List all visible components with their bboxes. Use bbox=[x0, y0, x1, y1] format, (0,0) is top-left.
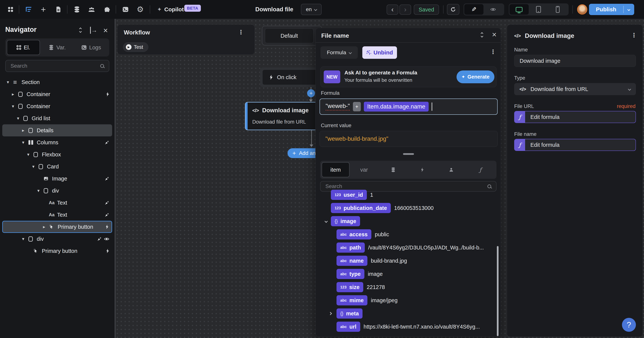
tree-item-primary-button[interactable]: ▸ Primary button bbox=[2, 221, 112, 233]
dock-panel-icon[interactable]: → bbox=[90, 27, 97, 34]
data-row-mime[interactable]: abcmime image/jpeg bbox=[316, 294, 496, 307]
data-row-user-id[interactable]: 123user_id 1 bbox=[316, 188, 496, 202]
drag-handle[interactable] bbox=[403, 153, 414, 155]
desktop-view-button[interactable] bbox=[510, 4, 529, 15]
close-panel-icon[interactable]: × bbox=[103, 26, 108, 35]
expand-panel-icon[interactable] bbox=[80, 28, 82, 32]
data-row-url[interactable]: abcurl https://x8ki-letl-twmt.n7.xano.io… bbox=[316, 320, 496, 333]
binding-mode-select[interactable]: Formula bbox=[320, 46, 358, 59]
caret-down-icon[interactable]: ▾ bbox=[22, 140, 28, 145]
name-field[interactable] bbox=[514, 55, 636, 67]
test-workflow-button[interactable]: ▶ Test bbox=[123, 42, 148, 52]
tab-workflow-results[interactable] bbox=[408, 162, 437, 177]
tree-item-div[interactable]: ▾ div bbox=[2, 185, 112, 197]
tab-item[interactable]: item bbox=[322, 162, 350, 177]
file-url-edit-formula-button[interactable]: ƒ Edit formula bbox=[514, 111, 636, 123]
tree-item-container[interactable]: ▾ Container bbox=[2, 100, 112, 112]
tree-item-columns[interactable]: ▾ Columns bbox=[2, 136, 112, 148]
users-icon[interactable] bbox=[86, 0, 97, 19]
tree-item-grid-list[interactable]: ▾ Grid list bbox=[2, 112, 112, 124]
panel-menu-icon[interactable]: ⋮ bbox=[490, 49, 496, 55]
data-row-size[interactable]: 123size 221278 bbox=[316, 280, 496, 294]
terminal-icon[interactable] bbox=[120, 0, 131, 19]
plugins-icon[interactable] bbox=[102, 0, 112, 19]
unbind-button[interactable]: Unbind bbox=[362, 46, 397, 59]
tree-item-flexbox[interactable]: ▾ Flexbox bbox=[2, 148, 112, 160]
data-row-image[interactable]: {}image bbox=[316, 214, 496, 228]
formula-input[interactable]: "weweb-" + Item.data.image.name bbox=[320, 98, 498, 115]
caret-down-icon[interactable]: ▾ bbox=[7, 80, 13, 85]
preview-mode-button[interactable] bbox=[484, 4, 503, 15]
caret-right-icon[interactable]: ▸ bbox=[12, 92, 18, 97]
sync-refresh-icon[interactable] bbox=[447, 4, 459, 15]
type-select[interactable]: </> Download file from URL bbox=[514, 83, 636, 95]
tab-elements[interactable]: El. bbox=[7, 40, 40, 55]
on-click-trigger-node[interactable]: On click bbox=[262, 70, 318, 85]
undo-button[interactable]: ‹ bbox=[387, 4, 398, 15]
default-trigger-tab[interactable]: Default bbox=[265, 28, 314, 43]
help-button[interactable]: ? bbox=[622, 318, 636, 332]
publish-dropdown[interactable] bbox=[623, 6, 634, 13]
tab-var[interactable]: var bbox=[350, 162, 378, 177]
data-row-path[interactable]: abcpath /vault/8Y4S6yg2/D3ULO5pJ/ADt_Wg.… bbox=[316, 241, 496, 254]
tree-item-section[interactable]: ▾ ≡ Section bbox=[2, 76, 112, 88]
edit-mode-button[interactable]: ✎ bbox=[464, 4, 484, 15]
search-input[interactable] bbox=[6, 63, 100, 69]
navigator-search[interactable] bbox=[5, 60, 109, 72]
data-row-meta[interactable]: {}meta bbox=[316, 307, 496, 320]
pages-icon[interactable] bbox=[53, 0, 64, 19]
tree-item-primary-button[interactable]: Primary button bbox=[2, 245, 112, 257]
caret-down-icon[interactable]: ▾ bbox=[17, 116, 23, 121]
publish-button[interactable]: Publish bbox=[589, 4, 634, 15]
tree-item-details[interactable]: ▸ Details bbox=[2, 124, 112, 136]
tab-collections[interactable] bbox=[378, 162, 408, 177]
tab-formulas[interactable]: ƒ bbox=[466, 162, 495, 177]
redo-button[interactable]: › bbox=[400, 4, 411, 15]
navigator-tree-icon[interactable] bbox=[23, 0, 34, 19]
tab-logs[interactable]: Logs bbox=[74, 40, 108, 55]
workflow-menu-icon[interactable]: ⋮ bbox=[238, 29, 244, 35]
caret-right-icon[interactable]: ▸ bbox=[22, 128, 28, 133]
formula-token[interactable]: Item.data.image.name bbox=[364, 102, 429, 112]
language-selector[interactable]: en bbox=[301, 4, 322, 15]
tree-item-text[interactable]: Aa Text bbox=[2, 197, 112, 209]
tree-item-label: Primary button bbox=[42, 248, 78, 254]
data-row-type[interactable]: abctype image bbox=[316, 267, 496, 280]
formula-operator[interactable]: + bbox=[353, 102, 361, 111]
tab-user[interactable] bbox=[437, 162, 466, 177]
settings-gear-icon[interactable]: ⚙ bbox=[135, 0, 146, 19]
caret-down-icon[interactable] bbox=[325, 220, 328, 223]
formula-literal[interactable]: "weweb-" bbox=[326, 103, 350, 110]
tree-item-card[interactable]: ▾ Card bbox=[2, 160, 112, 172]
panel-menu-icon[interactable]: ⋮ bbox=[631, 32, 637, 38]
add-step-button[interactable]: + bbox=[307, 89, 315, 97]
close-panel-icon[interactable]: × bbox=[492, 31, 497, 38]
tab-variables[interactable]: Var. bbox=[41, 40, 74, 55]
caret-down-icon[interactable]: ▾ bbox=[32, 164, 38, 169]
tree-item-image[interactable]: Image bbox=[2, 172, 112, 185]
data-sources-icon[interactable] bbox=[72, 0, 82, 19]
tree-item-container[interactable]: ▸ Container bbox=[2, 88, 112, 100]
apps-grid-icon[interactable] bbox=[5, 0, 16, 19]
file-name-edit-formula-button[interactable]: ƒ Edit formula bbox=[514, 139, 636, 151]
copilot-label[interactable]: Copilot bbox=[164, 6, 184, 12]
caret-right-icon[interactable]: ▸ bbox=[43, 224, 49, 230]
caret-down-icon[interactable]: ▾ bbox=[22, 236, 28, 242]
tablet-view-button[interactable] bbox=[529, 4, 548, 15]
phone-view-button[interactable] bbox=[548, 4, 567, 15]
generate-button[interactable]: ✦ Generate bbox=[456, 70, 494, 83]
download-image-action-node[interactable]: </>Download image Download file from URL bbox=[245, 102, 320, 130]
expand-panel-icon[interactable] bbox=[481, 32, 483, 37]
caret-down-icon[interactable]: ▾ bbox=[27, 152, 34, 157]
data-row-access[interactable]: abcaccess public bbox=[316, 228, 496, 241]
scrollbar-thumb[interactable] bbox=[497, 246, 498, 336]
data-row-publication-date[interactable]: 123publication_date 1660053513000 bbox=[316, 202, 496, 214]
add-element-icon[interactable]: + bbox=[38, 0, 48, 19]
tree-item-text[interactable]: Aa Text bbox=[2, 209, 112, 221]
caret-down-icon[interactable]: ▾ bbox=[12, 104, 18, 109]
data-row-name[interactable]: abcname build-brand.jpg bbox=[316, 254, 496, 267]
tree-item-div[interactable]: ▾ div bbox=[2, 233, 112, 245]
caret-right-icon[interactable] bbox=[329, 312, 332, 315]
caret-down-icon[interactable]: ▾ bbox=[37, 188, 44, 193]
user-avatar[interactable] bbox=[577, 4, 587, 14]
